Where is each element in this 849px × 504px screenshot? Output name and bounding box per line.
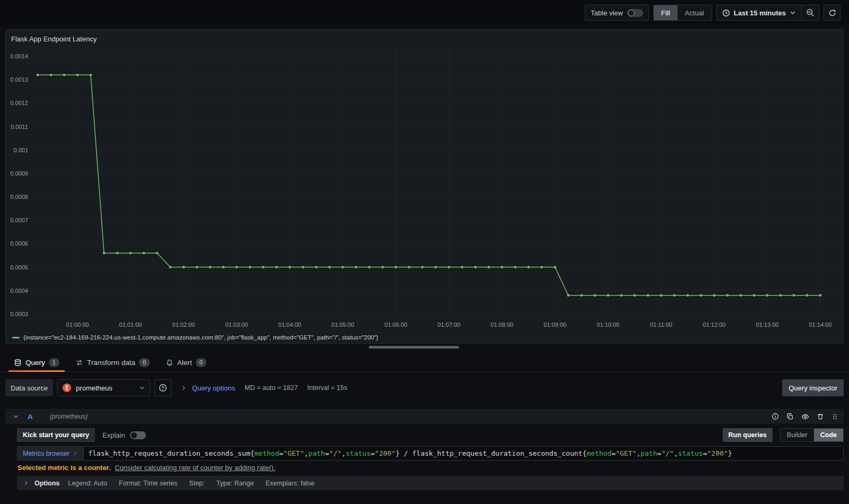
- builder-mode-button[interactable]: Builder: [781, 429, 814, 441]
- counter-warning: Selected metric is a counter. Consider c…: [17, 464, 844, 472]
- query-toolbar-row: Kick start your query Explain Run querie…: [17, 428, 844, 442]
- query-token: =: [703, 449, 707, 457]
- clock-icon: [722, 9, 730, 17]
- transform-icon: [75, 359, 83, 367]
- angle-right-icon: [181, 385, 187, 391]
- trash-icon: [817, 413, 824, 420]
- svg-text:01:00:00: 01:00:00: [66, 321, 89, 328]
- query-code-row: Metrics browser flask_http_request_durat…: [17, 446, 844, 460]
- delete-query-button[interactable]: [817, 413, 824, 420]
- query-token: "/": [661, 449, 673, 457]
- options-label: Options: [34, 480, 59, 487]
- drag-query-handle[interactable]: [831, 413, 838, 420]
- time-picker-group: Last 15 minutes: [716, 5, 819, 21]
- explain-switch[interactable]: [130, 431, 146, 439]
- run-queries-button[interactable]: Run queries: [723, 428, 773, 442]
- query-inspector-button[interactable]: Query inspector: [782, 379, 844, 396]
- query-options-link[interactable]: Query options: [192, 384, 235, 392]
- time-range-picker[interactable]: Last 15 minutes: [717, 5, 801, 20]
- query-token: =: [657, 449, 662, 457]
- help-circle-icon: ?: [159, 384, 167, 392]
- kick-start-query-button[interactable]: Kick start your query: [17, 428, 95, 442]
- zoom-out-button[interactable]: [802, 5, 819, 20]
- query-token: =: [611, 449, 616, 457]
- svg-text:01:11:00: 01:11:00: [650, 321, 672, 328]
- query-row-actions: [772, 413, 838, 421]
- query-token: }: [728, 449, 732, 457]
- svg-text:01:14:00: 01:14:00: [809, 321, 832, 328]
- query-help-button[interactable]: [772, 413, 779, 420]
- chevron-down-icon: [790, 10, 796, 16]
- datasource-help-button[interactable]: ?: [154, 379, 171, 396]
- query-token: }: [395, 449, 400, 457]
- chevron-down-icon: [139, 385, 145, 391]
- refresh-button[interactable]: [824, 5, 841, 21]
- datasource-select[interactable]: prometheus: [57, 379, 150, 396]
- tab-transform-data[interactable]: Transform data 0: [69, 353, 156, 371]
- options-summary: Legend: AutoFormat: Time seriesStep:Type…: [68, 480, 315, 487]
- tab-transform-count-badge: 0: [139, 358, 150, 367]
- query-token: "200": [707, 449, 728, 457]
- svg-text:0.0007: 0.0007: [10, 217, 28, 223]
- query-token: ,: [636, 449, 640, 457]
- query-token: ,: [342, 449, 346, 457]
- explain-toggle-group: Explain: [102, 431, 146, 439]
- chart-legend: {instance="ec2-184-169-216-224.us-west-1…: [6, 333, 843, 342]
- tab-alert-count-badge: 0: [196, 358, 206, 367]
- promql-query-input[interactable]: flask_http_request_duration_seconds_sum{…: [83, 446, 844, 460]
- collapse-chevron-icon[interactable]: [13, 413, 19, 420]
- tab-transform-label: Transform data: [87, 359, 135, 367]
- svg-text:01:10:00: 01:10:00: [597, 321, 620, 328]
- query-row-body: Kick start your query Explain Run querie…: [5, 424, 844, 490]
- prometheus-logo-icon: [62, 383, 72, 393]
- svg-text:0.0011: 0.0011: [11, 124, 28, 130]
- svg-text:0.0014: 0.0014: [10, 53, 28, 59]
- warning-text: Selected metric is a counter.: [18, 464, 111, 472]
- query-token: "GET": [616, 449, 636, 457]
- svg-text:0.0006: 0.0006: [10, 240, 28, 247]
- timeseries-panel: Flask App Endpoint Latency 0.00140.00130…: [5, 29, 844, 344]
- panel-resize-handle[interactable]: [369, 346, 459, 349]
- datasource-row: Data source prometheus ? Query options M…: [5, 378, 844, 397]
- query-token: flask_http_request_duration_seconds_sum: [88, 449, 250, 457]
- svg-text:01:04:00: 01:04:00: [279, 321, 301, 328]
- warning-rate-link[interactable]: Consider calculating rate of counter by …: [115, 464, 275, 472]
- eye-icon: [801, 413, 809, 421]
- explain-switch-knob: [131, 432, 137, 438]
- metrics-browser-button[interactable]: Metrics browser: [17, 446, 83, 460]
- tab-query-count-badge: 1: [49, 358, 59, 367]
- svg-text:01:05:00: 01:05:00: [332, 321, 354, 328]
- query-row-header[interactable]: A (prometheus): [5, 409, 844, 424]
- series-color-swatch: [12, 337, 20, 338]
- svg-text:0.0009: 0.0009: [10, 170, 28, 177]
- tab-query[interactable]: Query 1: [7, 353, 66, 371]
- max-data-points-stat: MD = auto = 1827: [245, 384, 298, 392]
- query-token: path: [308, 449, 325, 457]
- fill-button[interactable]: Fill: [654, 5, 678, 20]
- svg-text:0.0013: 0.0013: [10, 76, 28, 83]
- datasource-label: Data source: [5, 379, 53, 396]
- table-view-label: Table view: [591, 9, 623, 17]
- options-collapse-row[interactable]: Options Legend: AutoFormat: Time seriesS…: [17, 476, 844, 490]
- code-mode-button[interactable]: Code: [814, 429, 843, 441]
- query-token: =: [370, 449, 375, 457]
- query-token: flask_http_request_duration_seconds_coun…: [412, 449, 583, 457]
- grip-icon: [831, 413, 838, 420]
- actual-button[interactable]: Actual: [678, 5, 712, 20]
- latency-chart[interactable]: 0.00140.00130.00120.00110.0010.00090.000…: [6, 46, 843, 333]
- svg-text:01:01:00: 01:01:00: [119, 321, 142, 328]
- duplicate-query-button[interactable]: [786, 413, 794, 420]
- query-token: /: [400, 449, 412, 457]
- panel-header: Flask App Endpoint Latency: [6, 30, 843, 46]
- hide-query-button[interactable]: [801, 413, 809, 421]
- series-legend-label[interactable]: {instance="ec2-184-169-216-224.us-west-1…: [23, 334, 378, 341]
- angle-right-icon: [23, 480, 29, 486]
- svg-text:0.0003: 0.0003: [10, 311, 28, 317]
- option-stat: Format: Time series: [119, 480, 177, 487]
- query-options: Query options MD = auto = 1827 Interval …: [181, 384, 347, 392]
- metrics-browser-label: Metrics browser: [23, 450, 70, 457]
- table-view-switch[interactable]: [627, 9, 643, 17]
- option-stat: Exemplars: false: [265, 480, 314, 487]
- angle-right-icon: [73, 451, 78, 456]
- tab-alert[interactable]: Alert 0: [159, 353, 213, 371]
